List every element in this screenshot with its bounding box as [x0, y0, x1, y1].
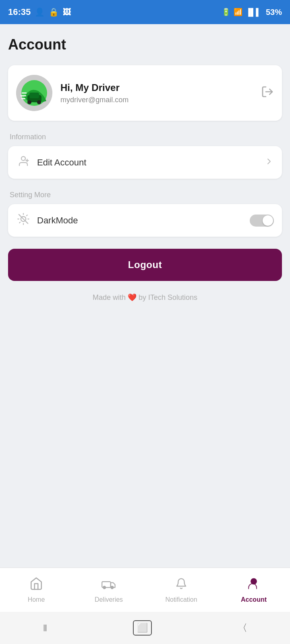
profile-info: Hi, My Driver mydriver@gmail.com: [60, 82, 128, 104]
edit-account-left: Edit Account: [16, 155, 86, 170]
status-icons: 🔋 📶 ▐▌▌ 53%: [222, 8, 282, 17]
setting-more-section-label: Setting More: [10, 191, 282, 199]
toggle-knob: [263, 215, 273, 226]
signal-icon: ▐▌▌: [246, 8, 261, 17]
battery-percent: 53%: [266, 8, 282, 17]
svg-point-26: [111, 586, 113, 588]
darkmode-icon: [16, 213, 31, 228]
profile-email: mydriver@gmail.com: [60, 96, 128, 104]
avatar: [16, 75, 52, 111]
svg-point-27: [251, 578, 257, 584]
page-title: Account: [8, 36, 282, 53]
nav-account-label: Account: [241, 596, 267, 603]
lock-icon: 🔒: [49, 7, 59, 17]
time-display: 16:35: [8, 7, 31, 17]
chevron-right-icon: [264, 157, 274, 169]
battery-indicator-icon: 🔋: [222, 8, 230, 17]
footer-text: Made with ❤️ by ITech Solutions: [8, 293, 282, 302]
darkmode-left: DarkMode: [16, 213, 78, 228]
main-content: Account: [0, 24, 290, 318]
nav-deliveries[interactable]: Deliveries: [72, 577, 145, 603]
nav-home-label: Home: [28, 596, 45, 603]
wifi-icon: 📶: [234, 8, 242, 17]
by-text: by ITech Solutions: [139, 293, 197, 301]
profile-card: Hi, My Driver mydriver@gmail.com: [8, 65, 282, 121]
made-with-text: Made with: [93, 293, 126, 301]
nav-home[interactable]: Home: [0, 577, 72, 603]
recent-apps-button[interactable]: ⦀: [43, 622, 47, 634]
svg-line-21: [19, 222, 20, 223]
svg-point-5: [27, 100, 31, 104]
home-button[interactable]: ⬜: [133, 620, 152, 636]
home-icon: [29, 577, 43, 594]
back-button[interactable]: 〈: [238, 621, 247, 634]
toggle-track[interactable]: [250, 215, 274, 227]
svg-point-25: [103, 586, 106, 588]
bottom-nav: Home Deliveries Notification: [0, 568, 290, 612]
sign-out-icon[interactable]: [261, 85, 274, 101]
logout-button[interactable]: Logout: [8, 249, 282, 281]
person-icon: 👤: [35, 7, 45, 17]
svg-line-22: [27, 215, 27, 216]
edit-account-card[interactable]: Edit Account: [8, 146, 282, 179]
notification-icon: [175, 577, 187, 594]
darkmode-label: DarkMode: [37, 215, 78, 226]
svg-rect-4: [29, 93, 39, 98]
deliveries-icon: [102, 577, 116, 594]
svg-point-6: [37, 100, 41, 104]
darkmode-toggle[interactable]: [250, 215, 274, 227]
status-bar: 16:35 👤 🔒 🖼 🔋 📶 ▐▌▌ 53%: [0, 0, 290, 24]
account-nav-icon: [247, 577, 261, 594]
nav-account[interactable]: Account: [218, 577, 290, 603]
information-section-label: Information: [10, 133, 282, 141]
profile-name: Hi, My Driver: [60, 82, 128, 93]
edit-account-label: Edit Account: [37, 157, 86, 168]
nav-deliveries-label: Deliveries: [95, 596, 123, 603]
status-time: 16:35 👤 🔒 🖼: [8, 7, 71, 17]
system-nav: ⦀ ⬜ 〈: [0, 612, 290, 644]
edit-account-icon: [16, 155, 31, 170]
nav-notification[interactable]: Notification: [145, 577, 218, 603]
profile-left: Hi, My Driver mydriver@gmail.com: [16, 75, 128, 111]
nav-notification-label: Notification: [165, 596, 197, 603]
darkmode-card[interactable]: DarkMode: [8, 204, 282, 237]
heart-icon: ❤️: [128, 293, 139, 301]
image-icon: 🖼: [63, 8, 71, 17]
svg-point-11: [21, 157, 25, 161]
